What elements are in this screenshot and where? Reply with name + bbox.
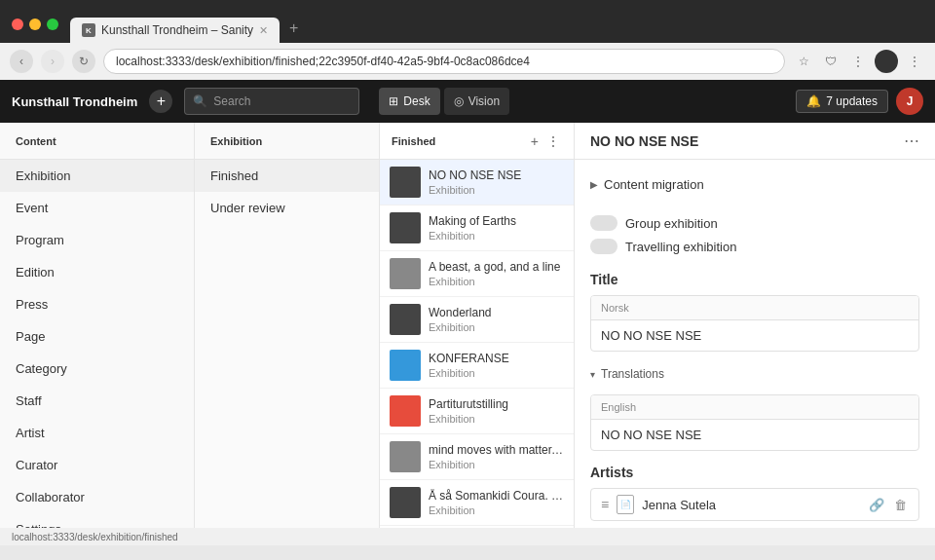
list-item-text: KONFERANSEExhibition	[429, 352, 564, 379]
list-item-thumb	[390, 350, 421, 381]
group-exhibition-row: Group exhibition	[590, 211, 919, 235]
list-item[interactable]: A beast, a god, and a lineExhibition	[380, 251, 574, 297]
content-item-curator[interactable]: Curator	[0, 449, 194, 481]
content-item-category[interactable]: Category	[0, 353, 194, 385]
travelling-exhibition-toggle[interactable]	[590, 239, 617, 254]
list-item-subtitle: Exhibition	[429, 230, 564, 242]
list-item[interactable]: mind moves with matter, body blend...Exh…	[380, 434, 574, 480]
traffic-light-green[interactable]	[47, 19, 58, 30]
expand-icon: ▶	[590, 179, 598, 190]
shield-icon[interactable]: 🛡	[820, 51, 842, 72]
url-bar[interactable]: localhost:3333/desk/exhibition/finished;…	[103, 49, 785, 74]
english-value[interactable]: NO NO NSE NSE	[591, 420, 918, 450]
header-right: 🔔 7 updates J	[796, 88, 923, 115]
status-text: localhost:3333/desk/exhibition/finished	[12, 532, 178, 542]
content-column-header: Content	[0, 123, 194, 160]
content-item-settings[interactable]: Settings	[0, 513, 194, 528]
filter-finished[interactable]: Finished	[195, 160, 379, 192]
list-item-title: Å så Somankidi Coura. Et skapende ...	[429, 489, 564, 504]
artist-name[interactable]: Jenna Sutela	[642, 498, 859, 512]
artist-link-btn[interactable]: 🔗	[867, 496, 886, 514]
browser-tab-active[interactable]: K Kunsthall Trondheim – Sanity ✕	[70, 18, 280, 43]
list-item-subtitle: Exhibition	[429, 367, 564, 379]
list-item[interactable]: Francine (was a machine)Exhibition	[380, 526, 574, 528]
title-section-heading: Title	[590, 272, 919, 287]
list-item-subtitle: Exhibition	[429, 459, 564, 470]
list-add-btn[interactable]: +	[529, 131, 541, 151]
list-item[interactable]: Å så Somankidi Coura. Et skapende ...Exh…	[380, 480, 574, 526]
list-menu-btn[interactable]: ⋮	[544, 131, 562, 151]
menu-btn[interactable]: ⋮	[904, 51, 925, 72]
english-field-group: English NO NO NSE NSE	[590, 394, 919, 451]
list-item-subtitle: Exhibition	[429, 413, 564, 425]
content-item-event[interactable]: Event	[0, 192, 194, 224]
list-item-thumb	[390, 212, 421, 243]
search-icon: 🔍	[193, 94, 207, 108]
content-migration-label: Content migration	[604, 177, 704, 192]
content-item-press[interactable]: Press	[0, 288, 194, 320]
detail-header: NO NO NSE NSE ⋯	[575, 123, 935, 160]
list-item-title: Wonderland	[429, 306, 564, 321]
list-item[interactable]: PartiturutstillingExhibition	[380, 389, 574, 434]
translations-toggle[interactable]: ▾ Translations	[590, 361, 919, 387]
list-items-container: NO NO NSE NSEExhibitionMaking of EarthsE…	[380, 160, 574, 528]
vision-nav-btn[interactable]: ◎ Vision	[444, 88, 509, 115]
detail-body: ▶ Content migration Group exhibition Tra…	[575, 160, 935, 528]
list-item[interactable]: Making of EarthsExhibition	[380, 205, 574, 251]
group-exhibition-toggle[interactable]	[590, 215, 617, 231]
header-nav: ⊞ Desk ◎ Vision	[379, 88, 509, 115]
content-item-artist[interactable]: Artist	[0, 417, 194, 449]
back-btn[interactable]: ‹	[10, 50, 33, 73]
content-item-page[interactable]: Page	[0, 320, 194, 353]
tab-close-btn[interactable]: ✕	[259, 24, 268, 37]
list-header-actions: + ⋮	[529, 131, 562, 151]
search-input[interactable]	[213, 94, 351, 108]
artists-heading: Artists	[590, 465, 919, 480]
artist-delete-btn[interactable]: 🗑	[892, 496, 909, 514]
filter-under-review[interactable]: Under review	[195, 192, 379, 224]
translations-label: Translations	[601, 367, 664, 381]
content-item-exhibition[interactable]: Exhibition	[0, 160, 194, 192]
list-item-text: mind moves with matter, body blend...Exh…	[429, 443, 564, 470]
translations-arrow-icon: ▾	[590, 369, 595, 380]
list-item-title: Partiturutstilling	[429, 397, 564, 413]
list-column-header: Finished + ⋮	[380, 123, 574, 160]
list-item[interactable]: NO NO NSE NSEExhibition	[380, 160, 574, 205]
norsk-value[interactable]: NO NO NSE NSE	[591, 320, 918, 351]
list-item-subtitle: Exhibition	[429, 184, 564, 196]
list-item[interactable]: KONFERANSEExhibition	[380, 343, 574, 389]
norsk-field-group: Norsk NO NO NSE NSE	[590, 295, 919, 352]
reload-btn[interactable]: ↻	[72, 50, 95, 73]
extensions-btn[interactable]: ⋮	[847, 51, 869, 72]
content-item-staff[interactable]: Staff	[0, 385, 194, 417]
detail-menu-btn[interactable]: ⋯	[904, 131, 919, 150]
content-column: Content Exhibition Event Program Edition…	[0, 123, 195, 528]
global-add-btn[interactable]: +	[149, 90, 172, 113]
list-icon: ≡	[601, 497, 609, 512]
forward-btn[interactable]: ›	[41, 50, 64, 73]
list-item-title: NO NO NSE NSE	[429, 168, 564, 184]
profile-btn[interactable]	[875, 50, 898, 73]
list-item-subtitle: Exhibition	[429, 276, 564, 287]
traffic-light-yellow[interactable]	[29, 19, 41, 30]
list-item-text: Å så Somankidi Coura. Et skapende ...Exh…	[429, 489, 564, 516]
list-item[interactable]: WonderlandExhibition	[380, 297, 574, 343]
content-migration-toggle[interactable]: ▶ Content migration	[590, 171, 919, 198]
user-avatar[interactable]: J	[896, 88, 923, 115]
traffic-light-red[interactable]	[12, 19, 23, 30]
artists-section: Artists ≡ 📄 Jenna Sutela 🔗 🗑	[590, 465, 919, 521]
bookmark-btn[interactable]: ☆	[793, 51, 814, 72]
bell-icon: 🔔	[806, 94, 821, 108]
artist-actions: 🔗 🗑	[867, 496, 909, 514]
status-bar: localhost:3333/desk/exhibition/finished	[0, 528, 935, 545]
artist-row: ≡ 📄 Jenna Sutela 🔗 🗑	[590, 488, 919, 521]
content-item-edition[interactable]: Edition	[0, 256, 194, 288]
norsk-lang-label: Norsk	[591, 296, 918, 320]
updates-btn[interactable]: 🔔 7 updates	[796, 90, 888, 113]
content-item-program[interactable]: Program	[0, 224, 194, 256]
content-item-collaborator[interactable]: Collaborator	[0, 481, 194, 513]
desk-nav-btn[interactable]: ⊞ Desk	[379, 88, 439, 115]
desk-icon: ⊞	[389, 94, 398, 108]
search-bar[interactable]: 🔍	[184, 88, 359, 115]
new-tab-btn[interactable]: +	[281, 14, 306, 43]
